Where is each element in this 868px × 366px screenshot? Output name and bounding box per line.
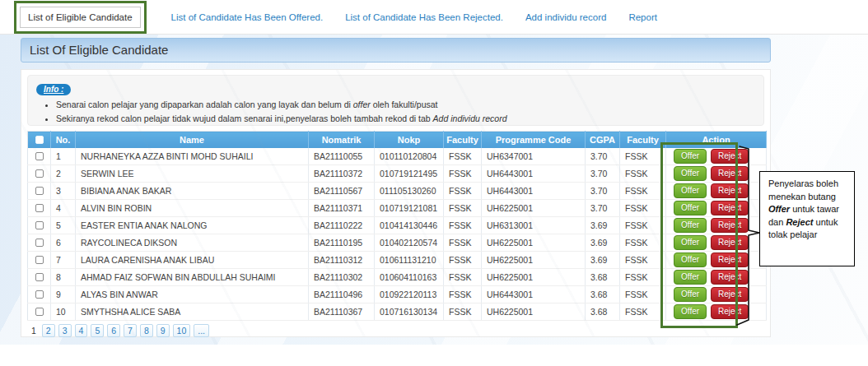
- column-header-faculty: Faculty: [620, 132, 666, 148]
- offer-button[interactable]: Offer: [674, 287, 707, 302]
- annotation-note: Penyelaras boleh menekan butang Offer un…: [759, 171, 855, 266]
- offer-button[interactable]: Offer: [674, 201, 707, 215]
- cell-nokp: 010716130134: [375, 303, 444, 321]
- cell-programme_code: UH6225001: [482, 252, 586, 269]
- cell-nokp: 010922120113: [375, 286, 444, 303]
- page-link-7[interactable]: 7: [124, 324, 137, 337]
- cell-nomatrik: BA21110372: [309, 165, 375, 183]
- offer-button[interactable]: Offer: [674, 149, 707, 164]
- cell-faculty: FSSK: [444, 234, 482, 252]
- page-link-more[interactable]: ...: [194, 324, 209, 337]
- cell-name: SERWIN LEE: [76, 165, 309, 183]
- cell-nomatrik: BA21110371: [309, 200, 375, 217]
- row-checkbox[interactable]: [35, 308, 44, 316]
- cell-faculty: FSSK: [444, 165, 482, 183]
- tab-list-of-candidate-has-been-offered[interactable]: List of Candidate Has Been Offered.: [171, 12, 324, 22]
- cell-no: 5: [51, 217, 76, 234]
- reject-button[interactable]: Reject: [711, 149, 749, 164]
- cell-nomatrik: BA21110222: [309, 217, 375, 234]
- reject-button[interactable]: Reject: [711, 252, 749, 267]
- offer-button[interactable]: Offer: [674, 304, 707, 319]
- page-link-9[interactable]: 9: [156, 324, 170, 337]
- cell-cgpa: 3.68: [586, 286, 620, 303]
- row-checkbox[interactable]: [35, 204, 44, 212]
- tab-list-of-candidate-has-been-rejected[interactable]: List of Candidate Has Been Rejected.: [345, 12, 503, 22]
- row-checkbox[interactable]: [35, 221, 44, 229]
- reject-button[interactable]: Reject: [711, 304, 749, 319]
- offer-button[interactable]: Offer: [674, 218, 707, 233]
- cell-faculty2: FSSK: [620, 183, 666, 200]
- cell-faculty: FSSK: [444, 252, 482, 269]
- offer-button[interactable]: Offer: [674, 166, 707, 181]
- cell-faculty: FSSK: [444, 148, 482, 165]
- cell-name: NURHANEYKA AZZA BINTI MOHD SUHAILI: [76, 148, 309, 165]
- page-link-10[interactable]: 10: [173, 324, 191, 337]
- cell-faculty: FSSK: [444, 269, 482, 286]
- cell-faculty2: FSSK: [620, 200, 666, 217]
- page-link-5[interactable]: 5: [91, 324, 104, 337]
- offer-button[interactable]: Offer: [674, 252, 707, 267]
- page-link-4[interactable]: 4: [75, 324, 88, 337]
- cell-faculty2: FSSK: [620, 234, 666, 252]
- row-checkbox[interactable]: [35, 152, 44, 160]
- cell-faculty2: FSSK: [620, 286, 666, 303]
- cell-no: 2: [51, 165, 76, 183]
- reject-button[interactable]: Reject: [711, 201, 749, 215]
- cell-nomatrik: BA21110567: [309, 183, 375, 200]
- cell-name: EASTER ENTIA ANAK NALONG: [76, 217, 309, 234]
- cell-no: 9: [51, 286, 76, 303]
- table-row: 10SMYTHSHA ALICE SABABA21110367010716130…: [28, 303, 767, 321]
- row-checkbox[interactable]: [35, 169, 44, 178]
- page-link-8[interactable]: 8: [140, 324, 153, 337]
- table-header-row: No.NameNomatrikNokpFacultyProgramme Code…: [28, 132, 767, 148]
- tab-report[interactable]: Report: [628, 12, 657, 22]
- cell-name: AHMAD FAIZ SOFWAN BIN ABDULLAH SUHAIMI: [76, 269, 309, 286]
- tab-list-of-eligible-candidate[interactable]: List of Eligible Candidate: [20, 7, 141, 28]
- reject-button[interactable]: Reject: [711, 287, 749, 302]
- cell-no: 3: [51, 183, 76, 200]
- cell-nokp: 011105130260: [375, 183, 444, 200]
- cell-no: 7: [51, 252, 76, 269]
- cell-faculty2: FSSK: [620, 165, 666, 183]
- row-checkbox[interactable]: [35, 273, 44, 281]
- cell-nomatrik: BA21110055: [309, 148, 375, 165]
- page-current: 1: [29, 325, 39, 336]
- cell-programme_code: UH6347001: [482, 148, 586, 165]
- tab-add-individu-record[interactable]: Add individu record: [525, 12, 606, 22]
- page-link-3[interactable]: 3: [58, 324, 72, 337]
- row-checkbox[interactable]: [35, 239, 44, 247]
- offer-button[interactable]: Offer: [674, 235, 707, 250]
- table-row: 1NURHANEYKA AZZA BINTI MOHD SUHAILIBA211…: [28, 148, 767, 165]
- reject-button[interactable]: Reject: [711, 166, 749, 181]
- select-all-checkbox[interactable]: [35, 136, 44, 144]
- cell-name: ALYAS BIN ANWAR: [76, 286, 309, 303]
- cell-faculty: FSSK: [444, 303, 482, 321]
- reject-button[interactable]: Reject: [711, 270, 749, 285]
- cell-no: 4: [51, 200, 76, 217]
- cell-faculty2: FSSK: [620, 217, 666, 234]
- info-list: Senarai calon pelajar yang dipaparkan ad…: [56, 98, 755, 126]
- table-row: 8AHMAD FAIZ SOFWAN BIN ABDULLAH SUHAIMIB…: [28, 269, 767, 286]
- row-checkbox[interactable]: [35, 256, 44, 264]
- row-checkbox[interactable]: [35, 290, 44, 299]
- cell-faculty: FSSK: [444, 286, 482, 303]
- cell-name: RAYCOLINECA DIKSON: [76, 234, 309, 252]
- page-link-6[interactable]: 6: [107, 324, 120, 337]
- table-row: 4ALVIN BIN ROBINBA21110371010719121081FS…: [28, 200, 767, 217]
- info-bullet-1: Senarai calon pelajar yang dipaparkan ad…: [56, 98, 755, 112]
- reject-button[interactable]: Reject: [711, 235, 749, 250]
- offer-button[interactable]: Offer: [674, 270, 707, 285]
- offer-button[interactable]: Offer: [674, 183, 707, 198]
- row-checkbox[interactable]: [35, 187, 44, 195]
- table-body: 1NURHANEYKA AZZA BINTI MOHD SUHAILIBA211…: [28, 148, 767, 321]
- cell-nokp: 010110120804: [375, 148, 444, 165]
- cell-nokp: 010719121081: [375, 200, 444, 217]
- cell-nomatrik: BA21110496: [309, 286, 375, 303]
- reject-button[interactable]: Reject: [711, 183, 749, 198]
- info-box: Info : Senarai calon pelajar yang dipapa…: [27, 75, 764, 126]
- reject-button[interactable]: Reject: [711, 218, 749, 233]
- table-row: 2SERWIN LEEBA21110372010719121495FSSKUH6…: [28, 165, 767, 183]
- page-link-2[interactable]: 2: [42, 324, 55, 337]
- cell-cgpa: 3.69: [586, 234, 620, 252]
- cell-cgpa: 3.69: [586, 217, 620, 234]
